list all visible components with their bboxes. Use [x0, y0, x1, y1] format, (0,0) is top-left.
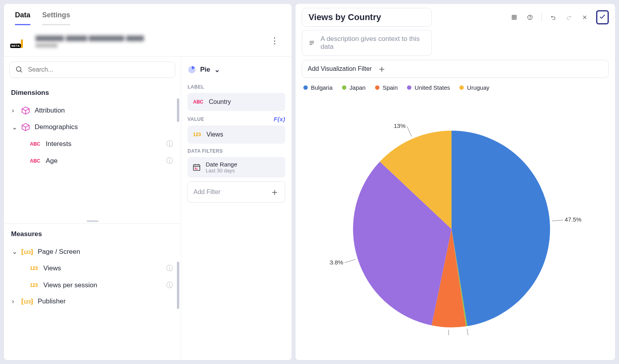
- datasource-title-block: ▮▮▮▮▮▮▮▮ ▮▮▮▮▮▮ ▮▮▮▮▮▮▮▮▮▮ ▮▮▮▮▮ ▮▮▮▮▮▮▮…: [35, 34, 144, 48]
- meas-field-views-per-session[interactable]: 123 Views per session ⓘ: [9, 277, 175, 294]
- cube-icon: [21, 123, 30, 131]
- toolbar: [510, 10, 609, 24]
- config-column: Pie ⌄ LABEL ABC Country VALUE F(x) 123 V…: [181, 57, 292, 360]
- pie-slice[interactable]: [452, 131, 550, 326]
- legend-item[interactable]: Bulgaria: [303, 84, 333, 91]
- conf-label-heading: LABEL: [188, 84, 204, 90]
- chevron-down-icon: ⌄: [12, 248, 21, 256]
- measures-heading: Measures: [11, 230, 174, 238]
- resize-handle[interactable]: [87, 220, 99, 222]
- legend-item[interactable]: Spain: [375, 84, 398, 91]
- label-field-chip[interactable]: ABC Country: [188, 93, 285, 111]
- tabs-row: Data Settings: [4, 4, 292, 26]
- search-box[interactable]: [9, 61, 175, 78]
- grid-icon[interactable]: [510, 13, 519, 22]
- svg-line-27: [448, 330, 448, 335]
- dim-field-label: Interests: [46, 140, 71, 148]
- datasource-more-icon[interactable]: ⋮: [268, 33, 281, 48]
- viz-type-dropdown[interactable]: Pie ⌄: [188, 64, 285, 79]
- svg-line-28: [345, 259, 355, 262]
- description-placeholder: A description gives context to this data: [321, 35, 425, 51]
- number-icon: 123: [30, 266, 38, 271]
- dimensions-area: Dimensions › Attribution ⌄ Demographics …: [4, 83, 181, 219]
- pie-chart: 47.5%0.2%5.6%33.8%13%: [302, 94, 609, 356]
- info-icon[interactable]: ⓘ: [166, 281, 173, 290]
- undo-icon[interactable]: [549, 13, 558, 22]
- dim-group-label: Demographics: [35, 123, 78, 131]
- cube-icon: [21, 106, 30, 115]
- dimensions-heading: Dimensions: [11, 89, 174, 97]
- fields-column: Dimensions › Attribution ⌄ Demographics …: [4, 57, 181, 360]
- analytics-icon: BETA: [14, 34, 30, 48]
- info-icon[interactable]: ⓘ: [166, 156, 173, 165]
- meas-group-publisher[interactable]: › [123] Publisher: [9, 294, 175, 309]
- legend-item[interactable]: United States: [407, 84, 450, 91]
- fx-button[interactable]: F(x): [274, 116, 286, 122]
- separator: [541, 13, 542, 22]
- viz-header: Views by Country: [302, 8, 609, 27]
- number-group-icon: [123]: [21, 297, 33, 305]
- left-panel: Data Settings BETA ▮▮▮▮▮▮▮▮ ▮▮▮▮▮▮ ▮▮▮▮▮…: [4, 4, 292, 360]
- help-icon[interactable]: [526, 13, 534, 22]
- dim-group-label: Attribution: [35, 107, 65, 115]
- datasource-subtitle: ▮▮▮▮▮▮▮▮: [35, 42, 144, 48]
- info-icon[interactable]: ⓘ: [166, 139, 173, 148]
- dim-group-demographics[interactable]: ⌄ Demographics: [9, 119, 175, 135]
- value-field-chip[interactable]: 123 Views: [188, 126, 285, 144]
- abc-icon: ABC: [193, 99, 203, 105]
- description-icon: [309, 39, 315, 46]
- close-icon[interactable]: [580, 13, 589, 22]
- chevron-right-icon: ›: [12, 297, 21, 305]
- date-filter-title: Date Range: [206, 161, 237, 168]
- dim-field-interests[interactable]: ABC Interests ⓘ: [9, 135, 175, 152]
- confirm-button[interactable]: [596, 10, 609, 24]
- abc-icon: ABC: [30, 141, 40, 147]
- svg-point-0: [17, 67, 21, 72]
- chevron-down-icon: ⌄: [214, 66, 220, 74]
- dim-group-attribution[interactable]: › Attribution: [9, 102, 175, 119]
- legend: BulgariaJapanSpainUnited StatesUruguay: [302, 82, 609, 94]
- chevron-down-icon: ⌄: [12, 123, 21, 131]
- svg-rect-7: [193, 165, 200, 171]
- measures-area: Measures ⌄ [123] Page / Screen 123 Views…: [4, 224, 181, 360]
- scrollbar[interactable]: [177, 262, 179, 309]
- tab-settings[interactable]: Settings: [42, 11, 70, 25]
- pie-icon: [188, 65, 196, 74]
- check-icon: [599, 13, 606, 20]
- dim-field-label: Age: [46, 157, 58, 165]
- plus-icon: ＋: [377, 64, 387, 74]
- chart-area: BulgariaJapanSpainUnited StatesUruguay 4…: [302, 78, 609, 356]
- svg-line-1: [20, 71, 22, 72]
- beta-badge: BETA: [10, 44, 21, 48]
- viz-title-input[interactable]: Views by Country: [302, 8, 432, 27]
- meas-group-page[interactable]: ⌄ [123] Page / Screen: [9, 244, 175, 260]
- svg-point-19: [530, 18, 530, 19]
- description-input[interactable]: A description gives context to this data: [302, 30, 432, 56]
- plus-icon: ＋: [270, 187, 279, 197]
- date-range-filter[interactable]: Date Range Last 30 days: [188, 157, 285, 177]
- number-icon: 123: [193, 132, 201, 137]
- meas-field-views[interactable]: 123 Views ⓘ: [9, 260, 175, 277]
- add-filter-button[interactable]: Add Filter ＋: [188, 181, 285, 203]
- date-filter-subtitle: Last 30 days: [206, 168, 237, 174]
- label-field-text: Country: [209, 98, 231, 105]
- conf-filters-heading: DATA FILTERS: [188, 148, 223, 154]
- meas-field-label: Views: [43, 264, 61, 272]
- svg-line-25: [552, 220, 563, 221]
- add-viz-filter-label: Add Visualization Filter: [308, 65, 372, 72]
- number-icon: 123: [30, 283, 38, 288]
- legend-item[interactable]: Uruguay: [459, 84, 489, 91]
- info-icon[interactable]: ⓘ: [166, 264, 173, 273]
- search-input[interactable]: [27, 66, 169, 74]
- value-field-text: Views: [206, 131, 223, 138]
- scrollbar[interactable]: [177, 98, 179, 122]
- calendar-icon: [192, 163, 201, 172]
- tab-data[interactable]: Data: [15, 11, 30, 25]
- svg-rect-13: [512, 15, 517, 20]
- datasource-title: ▮▮▮▮▮▮▮▮ ▮▮▮▮▮▮ ▮▮▮▮▮▮▮▮▮▮ ▮▮▮▮▮: [35, 34, 144, 42]
- meas-field-label: Views per session: [43, 281, 97, 289]
- legend-item[interactable]: Japan: [342, 84, 366, 91]
- redo-icon[interactable]: [565, 13, 573, 22]
- dim-field-age[interactable]: ABC Age ⓘ: [9, 152, 175, 169]
- add-viz-filter-button[interactable]: Add Visualization Filter ＋: [302, 60, 609, 78]
